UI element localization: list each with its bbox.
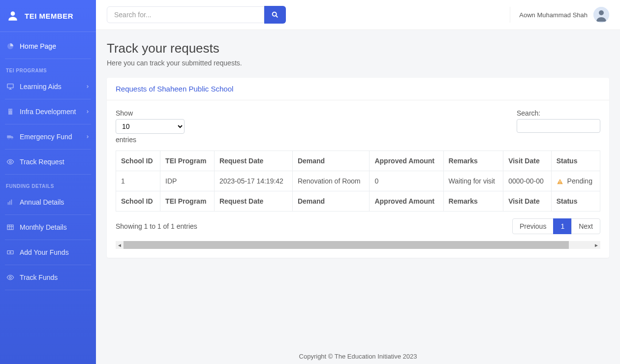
eye-icon: [6, 157, 15, 166]
topbar: Aown Muhammad Shah: [96, 0, 620, 30]
sidebar-item-emergency-fund[interactable]: Emergency Fund: [0, 126, 96, 147]
requests-card: Requests of Shaheen Public School Show 1…: [107, 78, 609, 258]
svg-rect-13: [7, 225, 13, 229]
scroll-right-icon[interactable]: ►: [592, 243, 600, 248]
sidebar-header: TEI MEMBER: [0, 0, 96, 32]
card-header: Requests of Shaheen Public School: [107, 78, 609, 100]
avatar: [593, 7, 609, 23]
user-name-label: Aown Muhammad Shah: [519, 11, 588, 19]
svg-rect-5: [11, 110, 11, 110]
col-status[interactable]: Status: [551, 151, 600, 171]
sidebar-section-programs: TEI PROGRAMS: [0, 61, 96, 76]
col-remarks[interactable]: Remarks: [443, 151, 503, 171]
search-label: Search:: [517, 109, 540, 117]
horizontal-scrollbar[interactable]: ◄ ►: [116, 241, 600, 249]
page-subtitle: Here you can track your submitted reques…: [107, 59, 609, 67]
col-school-id[interactable]: School ID: [116, 151, 160, 171]
sidebar-item-annual[interactable]: Annual Details: [0, 192, 96, 212]
chevron-right-icon: [85, 84, 90, 89]
sidebar: TEI MEMBER Home Page TEI PROGRAMS Learni…: [0, 0, 96, 364]
building-icon: [6, 107, 15, 116]
page-prev[interactable]: Previous: [512, 218, 554, 234]
col-visit-date[interactable]: Visit Date: [503, 151, 552, 171]
sidebar-item-label: Home Page: [20, 42, 56, 50]
sidebar-item-label: Monthly Details: [20, 223, 67, 231]
money-icon: [6, 248, 15, 257]
table-search-input[interactable]: [517, 119, 600, 133]
cell-program: IDP: [160, 171, 215, 191]
cell-approved: 0: [370, 171, 443, 191]
truck-icon: [6, 132, 15, 141]
sidebar-item-monthly[interactable]: Monthly Details: [0, 217, 96, 238]
length-select[interactable]: 10: [116, 119, 185, 134]
cell-school-id: 1: [116, 171, 160, 191]
sidebar-item-label: Track Request: [20, 158, 64, 166]
foot-demand: Demand: [292, 191, 370, 212]
scroll-left-icon[interactable]: ◄: [116, 243, 124, 248]
search-input[interactable]: [107, 6, 264, 23]
svg-point-19: [599, 10, 604, 15]
cell-request-date: 2023-05-17 14:19:42: [214, 171, 292, 191]
table-info: Showing 1 to 1 of 1 entries: [116, 222, 197, 230]
cell-status: Pending: [551, 171, 600, 191]
svg-rect-21: [559, 183, 560, 183]
foot-school-id: School ID: [116, 191, 160, 212]
page-next[interactable]: Next: [571, 218, 600, 234]
col-demand[interactable]: Demand: [292, 151, 370, 171]
sidebar-item-add-funds[interactable]: Add Your Funds: [0, 242, 96, 263]
sidebar-item-label: Emergency Fund: [20, 133, 72, 141]
table-foot: School ID TEI Program Request Date Deman…: [116, 191, 600, 212]
svg-rect-12: [11, 200, 12, 205]
sidebar-item-track-funds[interactable]: Track Funds: [0, 267, 96, 288]
content: Track your requests Here you can track y…: [96, 30, 620, 344]
sidebar-item-label: Track Funds: [20, 273, 58, 281]
chevron-right-icon: [85, 109, 90, 114]
foot-request-date: Request Date: [214, 191, 292, 212]
table-controls: Show 10 entries Search:: [116, 109, 600, 144]
svg-rect-20: [559, 181, 560, 183]
chart-icon: [6, 198, 15, 207]
brand-label: TEI MEMBER: [25, 12, 73, 20]
scroll-track[interactable]: [124, 241, 592, 249]
filter-control: Search:: [517, 109, 600, 133]
foot-status: Status: [551, 191, 600, 212]
table-footer: Showing 1 to 1 of 1 entries Previous 1 N…: [116, 218, 600, 234]
table-row: 1 IDP 2023-05-17 14:19:42 Renovation of …: [116, 171, 600, 191]
sidebar-item-label: Add Your Funds: [20, 248, 69, 256]
svg-rect-3: [8, 109, 12, 115]
sidebar-item-label: Infra Development: [20, 108, 76, 116]
sidebar-item-learning-aids[interactable]: Learning Aids: [0, 76, 96, 97]
length-control: Show 10 entries: [116, 109, 185, 144]
sidebar-item-track-request[interactable]: Track Request: [0, 152, 96, 172]
cell-visit-date: 0000-00-00: [503, 171, 552, 191]
svg-rect-14: [7, 251, 13, 254]
svg-point-9: [9, 161, 11, 163]
search-button[interactable]: [264, 6, 286, 24]
sidebar-item-infra-dev[interactable]: Infra Development: [0, 101, 96, 122]
foot-program: TEI Program: [160, 191, 215, 212]
scroll-thumb[interactable]: [124, 241, 569, 249]
col-request-date[interactable]: Request Date: [214, 151, 292, 171]
svg-point-16: [9, 276, 11, 278]
foot-approved: Approved Amount: [370, 191, 443, 212]
card-body: Show 10 entries Search:: [107, 100, 609, 258]
monitor-icon: [6, 82, 15, 91]
svg-rect-11: [9, 201, 10, 205]
sidebar-item-label: Annual Details: [20, 198, 64, 206]
page-title: Track your requests: [107, 41, 609, 56]
col-program[interactable]: TEI Program: [160, 151, 215, 171]
user-menu[interactable]: Aown Muhammad Shah: [510, 7, 609, 23]
sidebar-item-home[interactable]: Home Page: [0, 36, 96, 57]
sidebar-item-label: Learning Aids: [20, 83, 62, 91]
col-approved[interactable]: Approved Amount: [370, 151, 443, 171]
table-head: School ID TEI Program Request Date Deman…: [116, 151, 600, 171]
page-1[interactable]: 1: [553, 218, 572, 234]
main: Aown Muhammad Shah Track your requests H…: [96, 0, 620, 364]
chevron-right-icon: [85, 134, 90, 139]
sidebar-nav: Home Page TEI PROGRAMS Learning Aids: [0, 32, 96, 296]
show-label: Show: [116, 109, 133, 117]
eye-icon: [6, 273, 15, 282]
table-body: 1 IDP 2023-05-17 14:19:42 Renovation of …: [116, 171, 600, 191]
search-icon: [271, 11, 279, 19]
sidebar-section-funding: FUNDING DETAILS: [0, 177, 96, 192]
